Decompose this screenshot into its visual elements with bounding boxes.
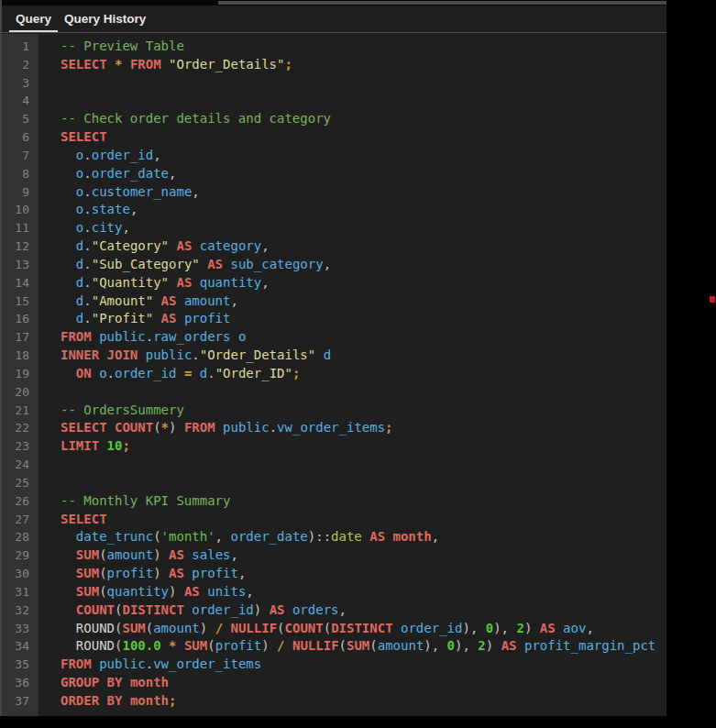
- code-token: [122, 693, 129, 708]
- code-token: DISTINCT: [122, 602, 183, 617]
- code-token: [138, 347, 145, 362]
- code-token: -- OrdersSummery: [61, 403, 184, 417]
- code-token: SUM: [347, 638, 369, 653]
- code-text: -- Check order details and category: [39, 110, 331, 128]
- code-token: *: [161, 420, 169, 435]
- code-token: [107, 57, 115, 72]
- line-number: 30: [2, 565, 39, 583]
- line-number: 6: [2, 128, 39, 147]
- code-token: .: [83, 293, 91, 308]
- code-token: 0: [447, 638, 455, 653]
- line-number: 25: [2, 474, 39, 492]
- code-token: [61, 311, 76, 325]
- code-token: (: [99, 584, 106, 599]
- code-token: sales: [192, 547, 230, 562]
- code-line: 35FROM public.vw_order_items: [2, 656, 666, 674]
- line-number: 37: [2, 692, 39, 711]
- code-token: "Profit": [92, 311, 153, 325]
- code-token: .: [83, 220, 91, 235]
- code-line: 9 o.customer_name,: [2, 183, 666, 202]
- code-token: date_trunc: [76, 529, 153, 544]
- tab-query-label: Query: [16, 12, 51, 26]
- code-text: SUM(profit) AS profit,: [39, 565, 246, 583]
- code-token: ;: [169, 693, 176, 708]
- query-tool-panel: Query Query History 1-- Preview Table2SE…: [0, 0, 666, 716]
- code-line: 18INNER JOIN public."Order_Details" d: [2, 347, 666, 365]
- code-token: [107, 420, 115, 435]
- code-token: [270, 638, 277, 653]
- code-line: 16 d."Profit" AS profit: [2, 310, 666, 328]
- code-line: 19 ON o.order_id = d."Order_ID";: [2, 365, 666, 383]
- code-token: ): [200, 621, 207, 635]
- code-token: (: [277, 621, 284, 635]
- code-token: GROUP BY: [61, 675, 122, 689]
- code-token: ): [254, 602, 261, 617]
- code-token: .: [192, 347, 199, 362]
- code-token: "Category": [92, 238, 169, 253]
- code-token: o: [238, 329, 246, 344]
- code-text: SELECT COUNT(*) FROM public.vw_order_ite…: [39, 419, 393, 437]
- code-token: [92, 656, 99, 671]
- line-number: 29: [2, 546, 39, 565]
- code-token: [61, 638, 76, 653]
- code-token: [61, 275, 76, 290]
- code-token: (: [99, 566, 106, 580]
- code-token: LIMIT: [61, 438, 99, 453]
- code-token: ): [153, 547, 160, 562]
- code-line: 33 ROUND(SUM(amount) / NULLIF(COUNT(DIST…: [2, 620, 666, 638]
- code-token: orders: [292, 602, 339, 617]
- code-line: 2SELECT * FROM "Order_Details";: [2, 56, 666, 74]
- code-token: date: [331, 529, 362, 544]
- code-token: order_date: [92, 166, 169, 181]
- code-line: 20: [2, 383, 666, 402]
- code-token: ,: [462, 638, 478, 653]
- code-text: -- OrdersSummery: [39, 402, 184, 420]
- code-token: state: [92, 202, 130, 216]
- tab-query[interactable]: Query: [9, 6, 58, 32]
- code-text: SELECT * FROM "Order_Details";: [39, 56, 292, 74]
- code-token: [153, 311, 160, 325]
- tab-query-history[interactable]: Query History: [58, 6, 152, 32]
- code-token: ,: [261, 238, 269, 253]
- code-token: [61, 584, 76, 599]
- line-number: 26: [2, 492, 39, 511]
- code-line: 6SELECT: [2, 128, 666, 147]
- code-token: [176, 311, 183, 325]
- code-token: ::: [315, 529, 331, 544]
- code-token: .: [146, 329, 153, 344]
- code-token: [61, 257, 76, 271]
- code-line: 24: [2, 456, 666, 474]
- code-line: 14 d."Quantity" AS quantity,: [2, 274, 666, 292]
- code-text: SELECT: [39, 128, 107, 147]
- code-token: amount: [184, 293, 231, 308]
- code-token: [122, 57, 129, 72]
- code-token: "Quantity": [92, 275, 169, 290]
- code-text: o.city,: [39, 219, 130, 237]
- code-line: 34 ROUND(100.0 * SUM(profit) / NULLIF(SU…: [2, 637, 666, 656]
- code-token: .: [83, 148, 91, 162]
- code-token: 2: [516, 621, 523, 635]
- line-number: 20: [2, 383, 39, 402]
- code-text: date_trunc('month', order_date)::date AS…: [39, 528, 439, 546]
- code-token: [61, 547, 76, 562]
- code-token: (: [324, 621, 331, 635]
- code-line: 7 o.order_id,: [2, 147, 666, 165]
- sql-editor[interactable]: 1-- Preview Table2SELECT * FROM "Order_D…: [2, 34, 666, 716]
- code-token: .: [83, 275, 91, 290]
- code-token: [161, 566, 169, 580]
- code-lines: 1-- Preview Table2SELECT * FROM "Order_D…: [2, 38, 666, 711]
- code-token: ,: [432, 529, 439, 544]
- code-token: ,: [261, 275, 269, 290]
- code-token: [122, 675, 129, 689]
- splitter-handle[interactable]: [218, 1, 666, 5]
- code-token: [285, 638, 292, 653]
- code-token: [200, 584, 207, 599]
- code-token: sub_category: [230, 257, 323, 271]
- code-token: /: [215, 621, 223, 635]
- code-line: 1-- Preview Table: [2, 38, 666, 56]
- line-number: 34: [2, 637, 39, 656]
- code-token: ,: [169, 166, 176, 181]
- code-token: ;: [292, 366, 300, 381]
- code-token: (: [207, 638, 215, 653]
- code-token: [161, 638, 169, 653]
